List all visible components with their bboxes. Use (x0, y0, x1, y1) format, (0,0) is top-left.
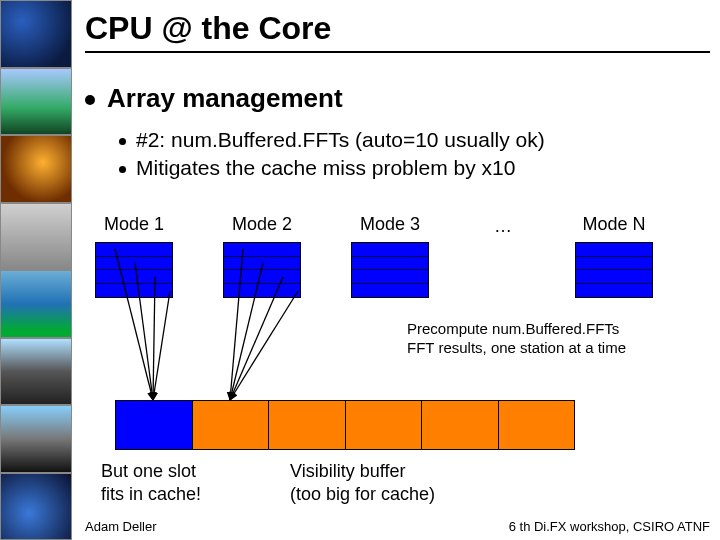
caption-precompute: Precompute num.Buffered.FFTs FFT results… (407, 320, 697, 358)
visibility-buffer (115, 400, 575, 450)
mode-row (576, 243, 652, 257)
bullet-level2-text: #2: num.Buffered.FFTs (auto=10 usually o… (136, 128, 545, 151)
thumb-image (0, 405, 72, 473)
caption-line: (too big for cache) (290, 484, 435, 504)
thumb-image (0, 135, 72, 203)
bullet-level1: Array management (85, 83, 710, 114)
mode-row (96, 270, 172, 284)
thumb-image (0, 270, 72, 338)
title-rule (85, 51, 710, 53)
bullet-level2: #2: num.Buffered.FFTs (auto=10 usually o… (119, 128, 710, 152)
buffer-cell (193, 401, 270, 449)
slide: CPU @ the Core Array management #2: num.… (0, 0, 720, 540)
caption-line: Precompute num.Buffered.FFTs (407, 320, 619, 337)
thumb-image (0, 473, 72, 541)
mode-ellipsis: … (463, 216, 543, 237)
mode-row (576, 257, 652, 271)
mode-row (96, 284, 172, 298)
mode-row (576, 270, 652, 284)
mode-row (224, 257, 300, 271)
thumb-image (0, 68, 72, 136)
mode-box (95, 242, 173, 298)
mode-row (224, 284, 300, 298)
bullet-level1-text: Array management (107, 83, 343, 113)
diagram-area: Mode 1 Mode 2 Mode 3 … Mode N (85, 210, 705, 510)
mode-box (351, 242, 429, 298)
buffer-cell (346, 401, 423, 449)
caption-fits-in-cache: But one slot fits in cache! (101, 460, 281, 505)
caption-line: fits in cache! (101, 484, 201, 504)
mode-label: Mode N (565, 214, 663, 235)
mode-row (352, 257, 428, 271)
thumb-image (0, 0, 72, 68)
buffer-cell (269, 401, 346, 449)
mode-row (352, 243, 428, 257)
mode-row (96, 243, 172, 257)
buffer-cell (499, 401, 575, 449)
mode-row (576, 284, 652, 298)
mode-box (575, 242, 653, 298)
mode-label: Mode 2 (213, 214, 311, 235)
slide-title: CPU @ the Core (85, 10, 710, 47)
mode-label: Mode 1 (85, 214, 183, 235)
mode-row (352, 270, 428, 284)
mode-label: Mode 3 (341, 214, 439, 235)
caption-line: FFT results, one station at a time (407, 339, 626, 356)
caption-visibility-buffer: Visibility buffer (too big for cache) (290, 460, 520, 505)
mode-box (223, 242, 301, 298)
footer: Adam Deller 6 th Di.FX workshop, CSIRO A… (85, 519, 710, 534)
caption-line: But one slot (101, 461, 196, 481)
bullet-level2-group: #2: num.Buffered.FFTs (auto=10 usually o… (119, 128, 710, 180)
bullet-disc-icon (119, 138, 126, 145)
footer-venue: 6 th Di.FX workshop, CSIRO ATNF (509, 519, 710, 534)
footer-author: Adam Deller (85, 519, 157, 534)
thumb-image (0, 338, 72, 406)
mode-row (96, 257, 172, 271)
bullet-disc-icon (85, 95, 95, 105)
mode-row (352, 284, 428, 298)
thumb-image (0, 203, 72, 271)
mode-row (224, 270, 300, 284)
bullet-level2-text: Mitigates the cache miss problem by x10 (136, 156, 515, 179)
buffer-cell (116, 401, 193, 449)
bullet-disc-icon (119, 166, 126, 173)
left-image-strip (0, 0, 72, 540)
bullet-level2: Mitigates the cache miss problem by x10 (119, 156, 710, 180)
buffer-cell (422, 401, 499, 449)
caption-line: Visibility buffer (290, 461, 405, 481)
mode-row (224, 243, 300, 257)
